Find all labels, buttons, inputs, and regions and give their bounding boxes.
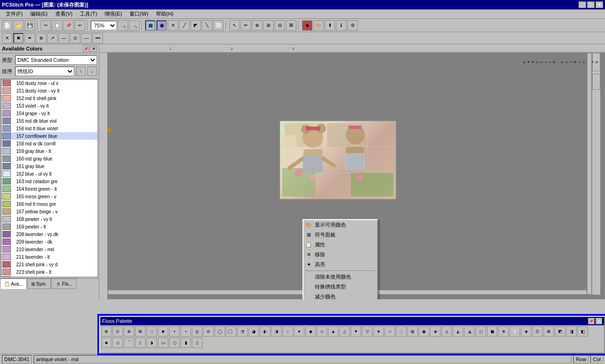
color-row[interactable]: 155md dk blue viol bbox=[1, 117, 97, 125]
color-row[interactable]: 153violet - vy lt bbox=[1, 102, 97, 110]
color-row[interactable]: 159gray blue - lt bbox=[1, 147, 97, 155]
specialty-tab2[interactable] bbox=[592, 74, 600, 90]
paste-btn[interactable]: 📌 bbox=[63, 20, 74, 31]
floss-symbol-btn-2[interactable]: ▯ bbox=[192, 338, 202, 348]
floss-symbol-btn[interactable]: ◉ bbox=[419, 326, 429, 337]
floss-symbol-btn-2[interactable]: ⌒ bbox=[124, 338, 134, 348]
color-row[interactable]: 152md lt shell pink bbox=[1, 94, 97, 102]
right-scrollbar[interactable] bbox=[587, 53, 592, 295]
floss-symbol-btn-2[interactable]: ▭ bbox=[158, 338, 168, 348]
floss-symbol-btn[interactable]: ◑ bbox=[271, 326, 282, 337]
floss-symbol-btn[interactable]: ▽ bbox=[362, 326, 372, 337]
tool-f[interactable]: ⌘ bbox=[286, 20, 296, 31]
menu-window[interactable]: 窗口(W) bbox=[126, 9, 152, 18]
t2-btn7[interactable]: ⊙ bbox=[70, 33, 80, 43]
color-list[interactable]: 150dusty rose - ul v151dusty rose - vy l… bbox=[1, 79, 98, 277]
zoom-out-btn[interactable]: 🔍 bbox=[129, 20, 139, 31]
floss-symbol-btn[interactable]: ★ bbox=[373, 326, 384, 337]
specialty-tab[interactable]: SpecialtyStitches bbox=[592, 53, 600, 71]
floss-symbol-btn[interactable]: ◐ bbox=[260, 326, 270, 337]
floss-symbol-btn-2[interactable]: ◗ bbox=[147, 338, 157, 348]
floss-symbol-btn[interactable]: ▪ bbox=[181, 326, 191, 337]
floss-symbol-btn[interactable]: ◮ bbox=[464, 326, 475, 337]
t2-btn6[interactable]: — bbox=[59, 33, 69, 43]
t2-btn5[interactable]: ↗ bbox=[47, 33, 58, 43]
color-row[interactable]: 167yellow beige - v bbox=[1, 208, 97, 215]
floss-symbol-btn[interactable]: ◨ bbox=[566, 326, 577, 337]
ctx-clear-unused[interactable]: 清除未使用颜色 bbox=[303, 272, 377, 282]
floss-symbol-btn[interactable]: ◕ bbox=[249, 326, 259, 337]
color-row[interactable]: 162blue - ul vy lt bbox=[1, 170, 97, 178]
ctx-properties[interactable]: 📋 属性 bbox=[303, 240, 377, 250]
floss-symbol-btn[interactable]: ◔ bbox=[237, 326, 248, 337]
menu-file[interactable]: 文件(F) bbox=[2, 9, 26, 18]
floss-symbol-btn[interactable]: ⃝ bbox=[226, 326, 236, 337]
menu-view[interactable]: 查看(V) bbox=[52, 9, 77, 18]
menu-enhance[interactable]: 增强(E) bbox=[101, 9, 126, 18]
palette-btn[interactable]: 🎨 bbox=[313, 20, 324, 31]
color-row[interactable]: 221shell pink - vy d bbox=[1, 261, 97, 268]
t2-btn4[interactable]: ⊕ bbox=[36, 33, 46, 43]
floss-symbol-btn[interactable]: ◽ bbox=[510, 326, 520, 337]
color-row[interactable]: 208lavender - vy dk bbox=[1, 230, 97, 238]
color-row[interactable]: 156md lt blue violet bbox=[1, 125, 97, 132]
open-btn[interactable]: 📂 bbox=[13, 20, 24, 31]
ctx-highlight[interactable]: ✦ 高亮 bbox=[303, 260, 377, 270]
save-btn[interactable]: 💾 bbox=[25, 20, 35, 31]
tool-c[interactable]: ⊕ bbox=[252, 20, 262, 31]
floss-symbol-btn[interactable]: ⊠ bbox=[544, 326, 554, 337]
restore-btn[interactable]: □ bbox=[587, 1, 595, 8]
floss-symbol-btn-2[interactable]: ( bbox=[135, 338, 146, 348]
cross-btn[interactable]: ✕ bbox=[168, 20, 178, 31]
grid-btn[interactable]: ▦ bbox=[145, 20, 156, 31]
floss-symbol-btn[interactable]: ◼ bbox=[487, 326, 497, 337]
t2-btn1[interactable]: ✕ bbox=[2, 33, 12, 43]
floss-symbol-btn[interactable]: ⊕ bbox=[124, 326, 134, 337]
floss-symbol-btn[interactable]: △ bbox=[339, 326, 350, 337]
floss-symbol-btn[interactable]: ● bbox=[294, 326, 304, 337]
floss-symbol-btn[interactable]: ◍ bbox=[407, 326, 418, 337]
order-select[interactable]: 绣线ID bbox=[15, 67, 74, 76]
floss-symbol-btn[interactable]: ⊞ bbox=[135, 326, 146, 337]
floss-symbol-btn[interactable]: ◌ bbox=[396, 326, 406, 337]
menu-help[interactable]: 帮助(H) bbox=[152, 9, 177, 18]
floss-symbol-btn[interactable]: ⊡ bbox=[532, 326, 543, 337]
floss-symbol-btn[interactable]: ◆ bbox=[305, 326, 316, 337]
color-row[interactable]: 164forest green - lt bbox=[1, 185, 97, 193]
floss-symbol-btn[interactable]: ■ bbox=[158, 326, 168, 337]
floss-symbol-btn[interactable]: ◬ bbox=[441, 326, 452, 337]
floss-symbol-btn-2[interactable]: ■ bbox=[101, 338, 112, 348]
ctx-symbols-panel[interactable]: ⊞ 符号面板 bbox=[303, 230, 377, 240]
info-btn[interactable]: ℹ bbox=[336, 20, 346, 31]
floss-symbol-btn[interactable]: ◩ bbox=[555, 326, 565, 337]
ctx-convert-type[interactable]: 转换绣线类型 bbox=[303, 282, 377, 292]
floss-symbol-btn[interactable]: ◯ bbox=[215, 326, 225, 337]
color-row[interactable]: 165moss green - v bbox=[1, 193, 97, 200]
color-row[interactable]: 169pewter - lt bbox=[1, 223, 97, 230]
t2-btn8[interactable]: — bbox=[81, 33, 92, 43]
menu-edit[interactable]: 编辑(E) bbox=[26, 9, 52, 18]
color-row[interactable]: 154grape - vy lt bbox=[1, 110, 97, 117]
undo-btn[interactable]: ↩ bbox=[75, 20, 85, 31]
back-stitch-btn[interactable]: ╲ bbox=[202, 20, 212, 31]
t2-btn2[interactable]: ✖ bbox=[13, 33, 24, 43]
ctx-reduce-colors[interactable]: 减少颜色 bbox=[303, 292, 377, 299]
zoom-in-btn[interactable]: 🔍 bbox=[118, 20, 128, 31]
color-row[interactable]: 166md lt moss gre bbox=[1, 200, 97, 208]
floss-symbol-btn[interactable]: ▲ bbox=[328, 326, 338, 337]
frame-btn[interactable]: ⬜ bbox=[213, 20, 224, 31]
floss-symbol-btn-2[interactable]: ▮ bbox=[181, 338, 191, 348]
floss-symbol-btn[interactable]: ◧ bbox=[578, 326, 588, 337]
color-row[interactable]: 160md gray blue bbox=[1, 155, 97, 162]
floss-symbol-btn[interactable]: ⊙ bbox=[112, 326, 123, 337]
type-select[interactable]: DMC Stranded Cotton bbox=[15, 55, 97, 65]
floss-symbol-btn[interactable]: ▼ bbox=[351, 326, 361, 337]
color-row[interactable]: 158md w dk cornfl bbox=[1, 140, 97, 147]
new-btn[interactable]: 📄 bbox=[2, 20, 12, 31]
canvas-area[interactable]: 1 2 3 ▶ bbox=[99, 44, 605, 299]
floss-pin[interactable]: 📌 bbox=[588, 318, 595, 324]
tool-a[interactable]: ↖ bbox=[229, 20, 240, 31]
copy-btn[interactable]: 📋 bbox=[52, 20, 62, 31]
color-row[interactable]: 168pewter - vy lt bbox=[1, 215, 97, 223]
fill-btn[interactable]: ■ bbox=[302, 20, 312, 31]
